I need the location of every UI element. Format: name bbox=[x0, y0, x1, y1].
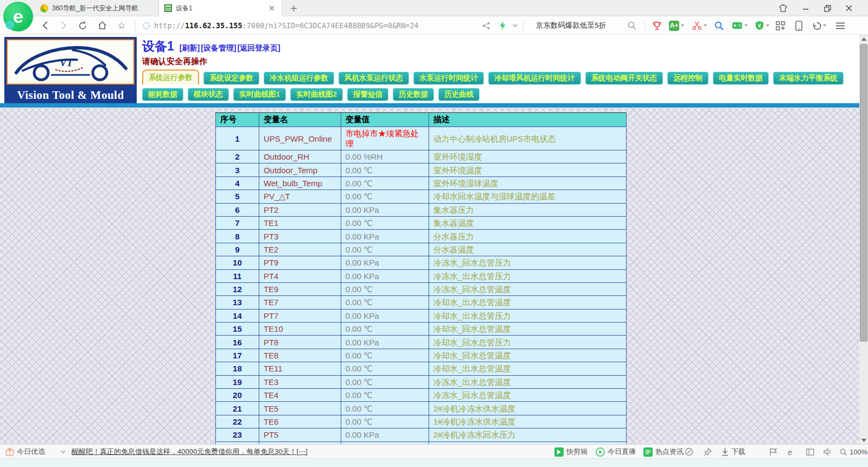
translate-icon[interactable]: A+ bbox=[667, 16, 686, 35]
variable-name: PT2 bbox=[259, 203, 341, 216]
site-icon[interactable] bbox=[140, 16, 152, 35]
hot-news-tool[interactable]: 热点资讯 bbox=[643, 445, 684, 459]
variable-name: PT9 bbox=[259, 256, 341, 269]
wallet-shield-icon[interactable] bbox=[752, 16, 771, 35]
browser-logo-icon[interactable]: e bbox=[3, 2, 33, 31]
nav-tab-button[interactable]: 末端水力平衡系统 bbox=[773, 72, 844, 85]
mobile-phone-icon[interactable] bbox=[791, 16, 806, 35]
toolbar-divider bbox=[644, 20, 645, 31]
screenshot-scissors-icon[interactable] bbox=[690, 16, 709, 35]
nav-tab-button[interactable]: 能耗数据 bbox=[142, 88, 183, 101]
share-icon[interactable] bbox=[480, 16, 493, 35]
variable-description: 冷冻水_出水总管温度 bbox=[429, 375, 626, 388]
nav-tab-button[interactable]: 冷却塔风机运行时间统计 bbox=[488, 72, 581, 85]
variable-description: 冷冻水_回水总管温度 bbox=[429, 389, 626, 402]
row-index: 11 bbox=[216, 269, 259, 282]
nav-tab-button[interactable]: 实时曲线图1 bbox=[233, 88, 286, 101]
tab-device1[interactable]: 设备1 bbox=[158, 0, 282, 16]
variable-description: 室外环境湿球温度 bbox=[429, 176, 626, 190]
nav-tab-button[interactable]: 报警短信 bbox=[347, 88, 388, 101]
live-today-tool[interactable]: 今日直播 bbox=[596, 445, 636, 459]
nav-tab-button[interactable]: 风机水泵运行状态 bbox=[339, 72, 409, 85]
variable-description: 集水器温度 bbox=[429, 216, 626, 229]
browser-titlebar: e 360导航_新一代安全上网导航 设备1 bbox=[0, 0, 868, 16]
variable-description: 分水器压力 bbox=[429, 230, 626, 243]
report-flag-icon[interactable] bbox=[769, 445, 778, 459]
nav-tab-button[interactable]: 历史曲线 bbox=[438, 88, 480, 101]
window-close-button[interactable] bbox=[839, 0, 859, 16]
history-undo-icon[interactable] bbox=[809, 16, 829, 35]
nav-tab-button[interactable]: 冷水机组运行参数 bbox=[264, 72, 334, 85]
scrollbar-thumb[interactable] bbox=[860, 44, 867, 342]
download-label: 下载 bbox=[731, 447, 745, 457]
tab-close-icon[interactable] bbox=[267, 4, 276, 12]
pin-icon[interactable] bbox=[704, 445, 712, 459]
home-icon[interactable] bbox=[94, 16, 110, 35]
page-find-icon[interactable] bbox=[712, 16, 726, 35]
restore-button[interactable] bbox=[817, 0, 838, 16]
forward-icon[interactable] bbox=[56, 16, 71, 35]
nav-tab-button[interactable]: 系统运行参数 bbox=[142, 70, 199, 85]
back-icon[interactable] bbox=[38, 16, 52, 35]
table-row: 17 TE8 0.00 ℃ 冷却水_回水总管温度 bbox=[216, 349, 627, 362]
variables-table: 序号 变量名 变量值 描述 1 UPS_PWR_Online 市电掉市★须紧急处… bbox=[215, 112, 627, 444]
new-tab-button[interactable] bbox=[286, 2, 301, 14]
refresh-icon[interactable] bbox=[75, 16, 90, 35]
variable-value: 0.00 ℃ bbox=[341, 163, 429, 176]
favorite-star-icon[interactable]: ☆ bbox=[114, 16, 129, 35]
table-row: 7 TE1 0.00 ℃ 集水器温度 bbox=[216, 216, 627, 229]
variable-description: 冷却水_回水总管温度 bbox=[429, 349, 626, 362]
variable-value: 0.00 KPa bbox=[341, 230, 429, 243]
url-host: 116.62.35.155 bbox=[185, 21, 242, 30]
page-scrollbar[interactable] bbox=[859, 35, 868, 444]
nav-tab-button[interactable]: 模块状态 bbox=[188, 88, 229, 101]
rewards-trophy-icon[interactable] bbox=[650, 16, 664, 35]
search-box[interactable]: 京东数码爆款低至5折 bbox=[536, 16, 606, 35]
scroll-down-icon[interactable] bbox=[859, 436, 868, 444]
sidebar-panel-icon[interactable] bbox=[806, 445, 814, 459]
nav-tab-button[interactable]: 实时曲线图2 bbox=[290, 88, 343, 101]
row-index: 18 bbox=[216, 362, 259, 375]
apps-grid-icon[interactable] bbox=[773, 16, 788, 35]
title-action-link[interactable]: [设备管理] bbox=[201, 43, 236, 53]
variable-description: 冷冻水_出水总管压力 bbox=[429, 269, 626, 282]
variable-name: PT5 bbox=[259, 428, 341, 441]
news-ticker[interactable]: 醒醒吧！真正的免息借钱是这样，40000元免费借你用，每单免息30天！[⋯] bbox=[72, 445, 308, 459]
download-tool[interactable]: 下载 bbox=[722, 445, 745, 459]
search-icon[interactable] bbox=[625, 16, 639, 35]
chevron-down-icon[interactable] bbox=[510, 16, 520, 35]
nav-tab-button[interactable]: 电量实时数据 bbox=[713, 72, 769, 85]
variable-value: 0.00 ℃ bbox=[341, 296, 429, 309]
compass-icon[interactable] bbox=[685, 445, 693, 459]
table-row: 8 PT3 0.00 KPa 分水器压力 bbox=[216, 230, 627, 243]
variable-name: TE2 bbox=[259, 243, 341, 256]
skin-theme-icon[interactable] bbox=[773, 0, 793, 16]
variable-value: 0.00 ℃ bbox=[341, 176, 429, 190]
minimize-button[interactable] bbox=[795, 0, 816, 16]
news-collapse-icon[interactable] bbox=[61, 445, 66, 459]
scroll-up-icon[interactable] bbox=[859, 35, 868, 43]
nav-tab-button[interactable]: 历史数据 bbox=[393, 88, 434, 101]
title-action-link[interactable]: [返回登录页] bbox=[237, 43, 280, 53]
daily-picks[interactable]: 今日优选 bbox=[5, 445, 45, 459]
menu-icon[interactable] bbox=[832, 16, 848, 35]
variable-value: 0.00 KPa bbox=[341, 256, 429, 269]
nav-tab-button[interactable]: 系统电动阀开关状态 bbox=[585, 72, 663, 85]
browser-logo-letter: e bbox=[13, 7, 23, 26]
variable-description: 集水器压力 bbox=[429, 203, 626, 216]
games-icon[interactable] bbox=[729, 16, 750, 35]
address-bar[interactable]: http://116.62.35.155:7080/ni?SID=6C3DCA7… bbox=[154, 16, 419, 35]
news-link[interactable]: 醒醒吧！真正的免息借钱是这样，40000元免费借你用，每单免息30天！[⋯] bbox=[72, 447, 308, 457]
zoom-control[interactable]: 100% bbox=[840, 445, 867, 459]
nav-tab-button[interactable]: 远程控制 bbox=[667, 72, 709, 85]
quick-clip-tool[interactable]: 快剪辑 bbox=[554, 445, 588, 459]
sound-icon[interactable] bbox=[824, 445, 832, 459]
nav-tab-button[interactable]: 水泵运行时间统计 bbox=[413, 72, 484, 85]
nav-tab-button[interactable]: 系统设定参数 bbox=[203, 72, 259, 85]
tab-360-nav[interactable]: 360导航_新一代安全上网导航 bbox=[35, 0, 158, 16]
table-row: 4 Wet_bulb_Temp 0.00 ℃ 室外环境湿球温度 bbox=[216, 176, 627, 190]
ie-mode-icon[interactable]: e bbox=[788, 445, 792, 459]
speed-lightning-icon[interactable] bbox=[497, 16, 508, 35]
title-action-link[interactable]: [刷新] bbox=[180, 43, 200, 53]
variable-description: 2#冷机冷冻水供水温度 bbox=[429, 402, 626, 415]
